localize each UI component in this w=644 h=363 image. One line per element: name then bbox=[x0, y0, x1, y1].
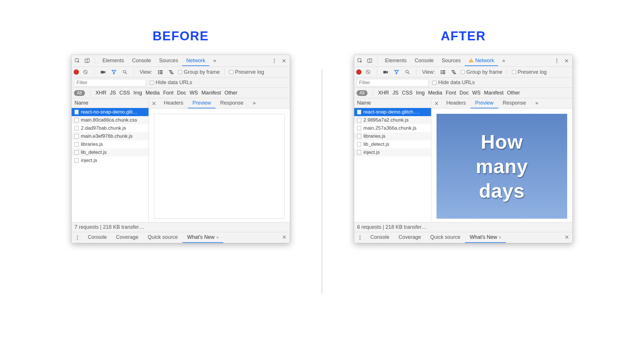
drawer-tab-coverage[interactable]: Coverage bbox=[394, 232, 426, 243]
type-img[interactable]: Img bbox=[134, 90, 142, 96]
tab-overflow[interactable]: » bbox=[209, 56, 220, 66]
search-icon[interactable] bbox=[403, 68, 411, 76]
type-ws[interactable]: WS bbox=[472, 90, 481, 96]
tab-console[interactable]: Console bbox=[128, 56, 155, 66]
type-media[interactable]: Media bbox=[146, 90, 160, 96]
tab-console[interactable]: Console bbox=[411, 56, 438, 66]
tab-network[interactable]: Network bbox=[182, 56, 209, 66]
type-all[interactable]: All bbox=[74, 90, 85, 96]
record-icon[interactable] bbox=[357, 70, 361, 74]
device-toolbar-icon[interactable] bbox=[366, 57, 374, 65]
filter-input[interactable] bbox=[74, 79, 146, 86]
tab-network[interactable]: Network bbox=[465, 56, 498, 66]
request-row[interactable]: 2.dad97bab.chunk.js bbox=[72, 124, 148, 132]
drawer-tab-whats-new[interactable]: What's New× bbox=[465, 232, 506, 243]
kebab-menu-icon[interactable] bbox=[73, 234, 81, 242]
filter-icon[interactable] bbox=[393, 68, 401, 76]
type-css[interactable]: CSS bbox=[119, 90, 130, 96]
request-row[interactable]: react-no-snap-demo.glit… bbox=[72, 108, 148, 116]
type-js[interactable]: JS bbox=[110, 90, 116, 96]
large-rows-icon[interactable] bbox=[156, 68, 164, 76]
detail-tab-headers[interactable]: Headers bbox=[159, 98, 188, 108]
detail-tab-overflow[interactable]: » bbox=[531, 98, 543, 108]
large-rows-icon[interactable] bbox=[439, 68, 447, 76]
device-toolbar-icon[interactable] bbox=[83, 57, 91, 65]
record-icon[interactable] bbox=[74, 70, 79, 74]
type-media[interactable]: Media bbox=[428, 90, 442, 96]
type-other[interactable]: Other bbox=[224, 90, 237, 96]
inspect-element-icon[interactable] bbox=[73, 57, 81, 65]
group-by-frame-checkbox[interactable]: Group by frame bbox=[461, 69, 502, 75]
request-row[interactable]: main.e3ef976b.chunk.js bbox=[72, 132, 148, 140]
type-all[interactable]: All bbox=[357, 90, 367, 96]
close-icon[interactable] bbox=[563, 57, 571, 65]
hide-data-urls-checkbox[interactable]: Hide data URLs bbox=[150, 80, 192, 86]
type-font[interactable]: Font bbox=[163, 90, 174, 96]
type-manifest[interactable]: Manifest bbox=[201, 90, 221, 96]
request-row[interactable]: libraries.js bbox=[354, 132, 431, 140]
type-ws[interactable]: WS bbox=[190, 90, 198, 96]
type-img[interactable]: Img bbox=[416, 90, 425, 96]
request-row[interactable]: main.257a366a.chunk.js bbox=[354, 124, 431, 132]
request-row[interactable]: main.80ca66ca.chunk.css bbox=[72, 116, 148, 124]
close-icon[interactable] bbox=[280, 57, 288, 65]
type-js[interactable]: JS bbox=[393, 90, 399, 96]
kebab-menu-icon[interactable] bbox=[356, 234, 364, 242]
drawer-tab-quick-source[interactable]: Quick source bbox=[426, 232, 465, 243]
close-detail-icon[interactable] bbox=[149, 102, 159, 105]
tab-sources[interactable]: Sources bbox=[155, 56, 182, 66]
close-drawer-icon[interactable] bbox=[279, 235, 290, 241]
tab-sources[interactable]: Sources bbox=[438, 56, 465, 66]
preserve-log-checkbox[interactable]: Preserve log bbox=[512, 69, 547, 75]
drawer-tab-console[interactable]: Console bbox=[366, 232, 394, 243]
detail-tab-headers[interactable]: Headers bbox=[442, 98, 470, 108]
clear-icon[interactable] bbox=[364, 68, 372, 76]
tab-elements[interactable]: Elements bbox=[98, 56, 128, 66]
camera-icon[interactable] bbox=[99, 68, 107, 76]
type-other[interactable]: Other bbox=[507, 90, 520, 96]
filter-input[interactable] bbox=[357, 79, 428, 86]
type-xhr[interactable]: XHR bbox=[378, 90, 389, 96]
group-by-frame-checkbox[interactable]: Group by frame bbox=[178, 69, 220, 75]
drawer-tab-whats-new[interactable]: What's New× bbox=[182, 232, 223, 243]
request-row[interactable]: lib_detect.js bbox=[354, 140, 431, 148]
tab-elements[interactable]: Elements bbox=[381, 56, 411, 66]
request-row[interactable]: lib_detect.js bbox=[72, 148, 148, 156]
type-doc[interactable]: Doc bbox=[177, 90, 186, 96]
hide-data-urls-checkbox[interactable]: Hide data URLs bbox=[432, 80, 475, 86]
type-manifest[interactable]: Manifest bbox=[484, 90, 504, 96]
name-column-header[interactable]: Name bbox=[72, 98, 148, 108]
search-icon[interactable] bbox=[121, 68, 129, 76]
preserve-log-checkbox[interactable]: Preserve log bbox=[229, 69, 264, 75]
request-row[interactable]: inject.js bbox=[354, 148, 431, 156]
close-detail-icon[interactable] bbox=[431, 102, 442, 105]
request-row[interactable]: inject.js bbox=[72, 156, 148, 165]
inspect-element-icon[interactable] bbox=[356, 57, 364, 65]
type-doc[interactable]: Doc bbox=[460, 90, 469, 96]
close-tab-icon[interactable]: × bbox=[216, 235, 219, 240]
request-row[interactable]: libraries.js bbox=[72, 140, 148, 148]
type-font[interactable]: Font bbox=[446, 90, 456, 96]
type-xhr[interactable]: XHR bbox=[96, 90, 106, 96]
kebab-menu-icon[interactable] bbox=[270, 57, 278, 65]
detail-tab-response[interactable]: Response bbox=[216, 98, 248, 108]
drawer-tab-coverage[interactable]: Coverage bbox=[111, 232, 143, 243]
tab-overflow[interactable]: » bbox=[498, 56, 509, 66]
close-tab-icon[interactable]: × bbox=[499, 235, 502, 240]
close-drawer-icon[interactable] bbox=[561, 235, 572, 241]
camera-icon[interactable] bbox=[382, 68, 390, 76]
detail-tab-preview[interactable]: Preview bbox=[188, 98, 216, 108]
filter-icon[interactable] bbox=[110, 68, 118, 76]
clear-icon[interactable] bbox=[81, 68, 89, 76]
request-row[interactable]: react-snap-demo.glitch.… bbox=[354, 108, 431, 116]
waterfall-icon[interactable] bbox=[450, 68, 458, 76]
request-row[interactable]: 2.9895a7a2.chunk.js bbox=[354, 116, 431, 124]
type-css[interactable]: CSS bbox=[402, 90, 413, 96]
waterfall-icon[interactable] bbox=[167, 68, 175, 76]
drawer-tab-quick-source[interactable]: Quick source bbox=[143, 232, 182, 243]
drawer-tab-console[interactable]: Console bbox=[83, 232, 111, 243]
detail-tab-preview[interactable]: Preview bbox=[470, 98, 498, 108]
detail-tab-overflow[interactable]: » bbox=[248, 98, 260, 108]
detail-tab-response[interactable]: Response bbox=[498, 98, 531, 108]
kebab-menu-icon[interactable] bbox=[553, 57, 561, 65]
